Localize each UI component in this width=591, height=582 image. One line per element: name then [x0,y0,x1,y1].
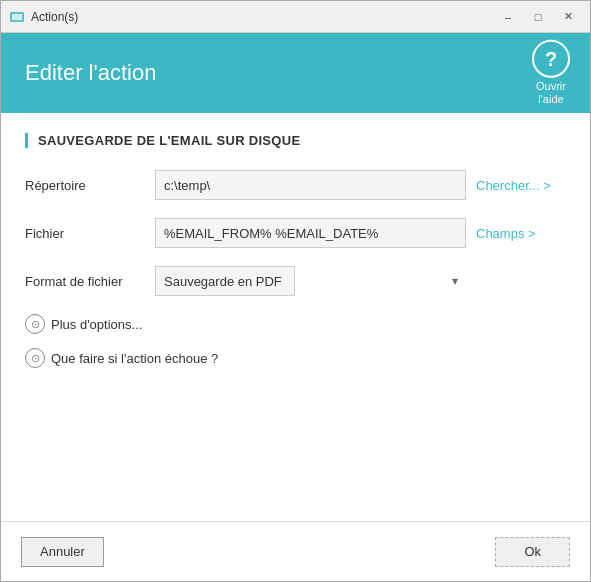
section-title: SAUVEGARDE DE L'EMAIL SUR DISQUE [38,133,300,148]
window-title: Action(s) [31,10,494,24]
window-controls: – □ ✕ [494,6,582,28]
repertoire-input[interactable] [155,170,466,200]
fichier-input[interactable] [155,218,466,248]
repertoire-row: Répertoire Chercher... > [25,170,566,200]
close-button[interactable]: ✕ [554,6,582,28]
footer: Annuler Ok [1,521,590,581]
window: Action(s) – □ ✕ Editer l'action ? Ouvrir… [0,0,591,582]
expand-failure-icon: ⊙ [25,348,45,368]
cancel-button[interactable]: Annuler [21,537,104,567]
expand-options-row[interactable]: ⊙ Plus d'options... [25,314,566,334]
title-bar: Action(s) – □ ✕ [1,1,590,33]
minimize-button[interactable]: – [494,6,522,28]
ok-button[interactable]: Ok [495,537,570,567]
svg-rect-1 [12,14,22,20]
expand-failure-row[interactable]: ⊙ Que faire si l'action échoue ? [25,348,566,368]
maximize-button[interactable]: □ [524,6,552,28]
fichier-label: Fichier [25,226,155,241]
help-icon: ? [532,40,570,78]
champs-link[interactable]: Champs > [476,226,566,241]
header: Editer l'action ? Ouvrirl'aide [1,33,590,113]
help-label: Ouvrirl'aide [536,80,566,106]
content-area: SAUVEGARDE DE L'EMAIL SUR DISQUE Réperto… [1,113,590,521]
help-button[interactable]: ? Ouvrirl'aide [532,40,570,106]
format-row: Format de fichier Sauvegarde en PDF Sauv… [25,266,566,296]
expand-failure-label: Que faire si l'action échoue ? [51,351,218,366]
expand-options-label: Plus d'options... [51,317,142,332]
repertoire-label: Répertoire [25,178,155,193]
format-select-wrapper: Sauvegarde en PDF Sauvegarde en EML Sauv… [155,266,466,296]
page-title: Editer l'action [25,60,156,86]
expand-options-icon: ⊙ [25,314,45,334]
section-header: SAUVEGARDE DE L'EMAIL SUR DISQUE [25,133,566,148]
format-select[interactable]: Sauvegarde en PDF Sauvegarde en EML Sauv… [155,266,295,296]
fichier-row: Fichier Champs > [25,218,566,248]
app-icon [9,9,25,25]
format-label: Format de fichier [25,274,155,289]
chercher-link[interactable]: Chercher... > [476,178,566,193]
